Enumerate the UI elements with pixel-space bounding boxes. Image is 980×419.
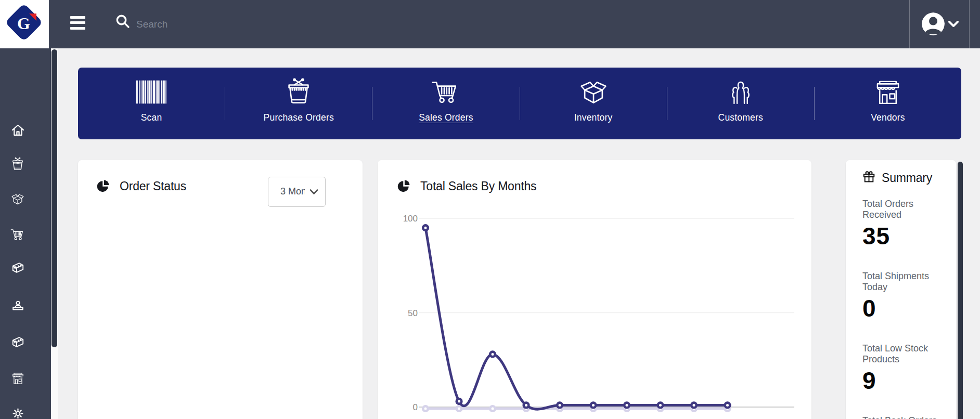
gear-icon [11,407,25,419]
svg-text:50: 50 [408,308,418,318]
summary-items: Total Orders Received35Total Shipments T… [862,199,948,419]
summary-card: Summary Total Orders Received35Total Shi… [846,160,956,419]
summary-item: Total Orders Received35 [862,199,948,248]
hamburger-menu-icon[interactable] [70,15,85,34]
months-filter-value: 3 Months [280,186,305,197]
nav-item-label: Scan [141,112,162,123]
summary-item: Total Back Orders [862,415,948,419]
logo-red-flag-icon [29,14,36,21]
package-icon [11,335,25,351]
sidebar-item-6-package[interactable] [9,334,27,352]
sidebar-item-0-home[interactable] [9,122,27,140]
sidebar-item-4-package[interactable] [9,260,27,278]
total-sales-line-chart: 100500 [378,160,811,419]
total-sales-card: Total Sales By Months 100500 [378,160,811,419]
store-icon [11,371,25,387]
chevron-down-icon [948,20,959,28]
open-box-icon [578,75,609,109]
navbar-divider [969,0,970,48]
sidebar-item-8-gear[interactable] [9,405,27,419]
summary-item-value: 0 [862,296,948,320]
summary-item-label: Total Orders Received [862,199,948,220]
nav-item-label: Customers [718,112,763,123]
summary-item-value: 9 [862,369,948,392]
people-icon [726,75,755,109]
sidebar-scrollbar-thumb[interactable] [51,49,57,347]
sidebar-item-5-person-desk[interactable] [9,298,27,316]
basket-icon [284,75,313,109]
nav-item-label: Sales Orders [419,112,473,123]
summary-item: Total Low Stock Products9 [862,343,948,392]
order-status-card: Order Status 3 Months [78,160,363,419]
nav-item-label: Purchase Orders [264,112,334,123]
top-navbar: G [0,0,980,48]
sidebar-item-3-cart[interactable] [9,226,27,244]
nav-item-customers[interactable]: Customers [667,68,814,139]
barcode-icon [135,75,167,109]
sidebar-scrollbar-track[interactable] [51,48,58,419]
summary-item-label: Total Back Orders [862,415,948,419]
nav-item-purchase-orders[interactable]: Purchase Orders [225,68,372,139]
home-icon [11,123,25,139]
sidebar-item-2-open-box[interactable] [9,191,27,208]
summary-item-value: 35 [862,224,948,248]
person-desk-icon [11,299,25,315]
pie-chart-icon [96,178,111,194]
nav-item-sales-orders[interactable]: Sales Orders [372,68,519,139]
nav-item-scan[interactable]: Scan [78,68,225,139]
user-avatar-icon [922,12,945,35]
package-icon [11,261,25,277]
open-box-icon [10,192,25,208]
dashboard-page: G [0,0,980,419]
cart-icon [431,75,460,109]
svg-text:0: 0 [413,402,418,412]
summary-item-label: Total Shipments Today [862,271,948,293]
left-sidebar [0,48,51,419]
svg-text:100: 100 [403,214,418,224]
nav-item-vendors[interactable]: Vendors [815,68,961,139]
card-title: Order Status [120,179,186,193]
navbar-divider [909,0,910,48]
sidebar-item-7-store[interactable] [9,370,27,388]
search-icon [115,14,131,29]
summary-item-label: Total Low Stock Products [862,343,948,365]
app-logo[interactable]: G [0,0,49,48]
months-filter-select[interactable]: 3 Months [268,177,326,207]
nav-item-inventory[interactable]: Inventory [520,68,667,139]
search-input[interactable] [135,11,356,37]
logo-letter: G [17,14,30,33]
sidebar-item-1-basket[interactable] [9,156,27,174]
nav-item-label: Inventory [574,112,613,123]
basket-icon [10,157,25,173]
page-scrollbar-thumb[interactable] [958,162,963,419]
module-nav-bar: Scan Purchase Orders Sales Orders Invent… [78,68,961,139]
store-icon [873,75,902,109]
nav-item-label: Vendors [871,112,905,123]
summary-item: Total Shipments Today0 [862,271,948,320]
gift-icon [862,171,875,186]
card-title: Summary [882,171,932,185]
cart-icon [10,227,25,243]
chevron-down-icon [310,189,318,195]
user-menu-button[interactable] [920,11,963,37]
